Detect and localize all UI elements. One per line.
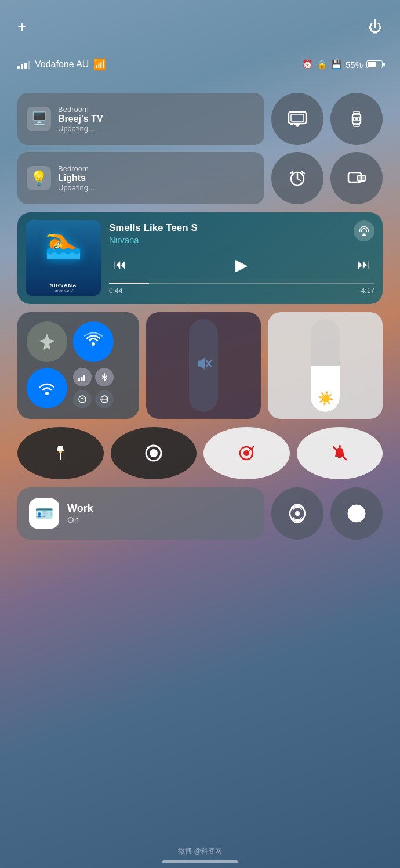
home-indicator[interactable] <box>162 860 238 863</box>
control-panel: 🖥️ Bedroom Breej's TV Updating... <box>17 93 383 548</box>
cellular-data-button[interactable] <box>73 368 92 386</box>
lights-status: Updating... <box>58 183 94 192</box>
bell-mute-button[interactable] <box>297 427 383 479</box>
airplane-mode-button[interactable] <box>27 321 67 362</box>
fast-forward-button[interactable]: ⏭ <box>352 255 374 274</box>
svg-point-37 <box>339 445 341 447</box>
bluetooth-button[interactable] <box>95 368 114 386</box>
album-art: 🏊 NIRVANA nevermind <box>26 220 101 296</box>
svg-line-14 <box>297 179 300 180</box>
lights-card[interactable]: 💡 Bedroom Lights Updating... <box>17 152 264 204</box>
progress-bar[interactable] <box>109 283 374 284</box>
album-label: NIRVANA nevermind <box>28 283 99 292</box>
tv-status: Updating... <box>58 124 103 133</box>
svg-rect-9 <box>354 111 359 114</box>
rewind-button[interactable]: ⏮ <box>109 255 131 274</box>
work-focus-card[interactable]: 🪪 Work On <box>17 487 264 540</box>
airdrop-button[interactable] <box>73 390 92 408</box>
controls-row: ☀️ <box>17 312 383 419</box>
bottom-row-2: 🪪 Work On <box>17 487 383 540</box>
svg-point-11 <box>355 118 358 120</box>
svg-point-39 <box>295 511 300 516</box>
lights-text: Bedroom Lights Updating... <box>58 164 94 192</box>
svg-rect-18 <box>358 175 365 181</box>
artist-name: Nirvana <box>109 235 374 245</box>
mute-icon <box>195 355 212 377</box>
watermark: 微博 @科客网 <box>178 847 222 856</box>
podcast-button[interactable] <box>271 487 323 540</box>
wifi-button[interactable] <box>27 368 67 408</box>
power-button[interactable]: ⏻ <box>369 19 383 35</box>
screen-mirroring-button[interactable] <box>271 93 323 145</box>
cellular-globe-button[interactable] <box>95 390 114 408</box>
play-button[interactable]: ▶ <box>231 253 253 277</box>
volume-slider[interactable] <box>189 319 218 412</box>
alarm-icon: ⏰ <box>302 59 313 70</box>
lock-icon: 🔒 <box>317 59 328 70</box>
lights-name: Lights <box>58 173 94 183</box>
svg-point-19 <box>92 342 95 346</box>
battery-pct: 55% <box>346 60 363 70</box>
watch-button[interactable] <box>330 93 383 145</box>
network-bottom <box>27 368 130 408</box>
svg-point-24 <box>79 396 86 403</box>
signal-bar-3 <box>24 63 27 69</box>
tv-location: Bedroom <box>58 105 103 114</box>
add-button[interactable]: + <box>17 17 27 36</box>
light-icon: 💡 <box>27 166 51 190</box>
music-player[interactable]: 🏊 NIRVANA nevermind Smells Like Teen S N… <box>17 212 383 304</box>
screen-mirroring-button-2[interactable] <box>330 152 383 204</box>
save-icon: 💾 <box>331 59 342 70</box>
tv-card[interactable]: 🖥️ Bedroom Breej's TV Updating... <box>17 93 264 145</box>
svg-rect-22 <box>81 377 83 381</box>
svg-rect-21 <box>78 378 80 381</box>
signal-bars <box>17 60 30 69</box>
bottom-4-buttons <box>17 427 383 479</box>
volume-card[interactable] <box>146 312 261 419</box>
alarm-button[interactable] <box>271 152 323 204</box>
svg-line-15 <box>290 172 293 173</box>
battery-fill <box>368 62 376 67</box>
dark-mode-button[interactable] <box>330 487 383 540</box>
svg-rect-3 <box>290 124 293 125</box>
carrier-label: Vodafone AU <box>35 59 89 70</box>
tv-icon: 🖥️ <box>27 107 51 131</box>
wifi-status-icon: 📶 <box>93 58 106 71</box>
airplay-button[interactable] <box>354 220 374 241</box>
time-labels: 0:44 -4:17 <box>109 287 374 295</box>
hotspot-button[interactable] <box>73 321 114 362</box>
music-controls: ⏮ ▶ ⏭ <box>109 253 374 277</box>
svg-point-20 <box>45 392 49 395</box>
brightness-slider[interactable]: ☀️ <box>311 319 340 412</box>
signal-bar-4 <box>28 61 30 69</box>
work-label: Work <box>67 502 93 515</box>
svg-rect-10 <box>354 124 359 126</box>
signal-bar-1 <box>17 66 20 69</box>
svg-marker-28 <box>198 358 205 370</box>
orientation-lock-button[interactable] <box>203 427 290 479</box>
battery-indicator <box>366 60 383 68</box>
flashlight-button[interactable] <box>17 427 104 479</box>
row-2: 💡 Bedroom Lights Updating... <box>17 152 383 204</box>
tv-name: Breej's TV <box>58 114 103 124</box>
svg-rect-35 <box>338 457 341 458</box>
brightness-sun-icon: ☀️ <box>318 391 333 406</box>
row-1: 🖥️ Bedroom Breej's TV Updating... <box>17 93 383 145</box>
mini-buttons-group <box>73 368 114 408</box>
tv-text: Bedroom Breej's TV Updating... <box>58 105 103 133</box>
screen-record-button[interactable] <box>111 427 197 479</box>
signal-bar-2 <box>21 64 23 69</box>
svg-rect-1 <box>291 114 304 121</box>
lights-location: Bedroom <box>58 164 94 173</box>
work-status: On <box>67 515 93 525</box>
mini-row-2 <box>73 390 114 408</box>
remaining-time: -4:17 <box>359 287 374 295</box>
brightness-card[interactable]: ☀️ <box>268 312 383 419</box>
progress-fill <box>109 283 149 284</box>
song-title: Smells Like Teen S <box>109 222 374 234</box>
svg-line-16 <box>302 172 304 173</box>
current-time: 0:44 <box>109 287 122 295</box>
status-right: ⏰ 🔒 💾 55% <box>302 59 383 70</box>
status-left: Vodafone AU 📶 <box>17 58 106 71</box>
work-focus-text: Work On <box>67 502 93 525</box>
